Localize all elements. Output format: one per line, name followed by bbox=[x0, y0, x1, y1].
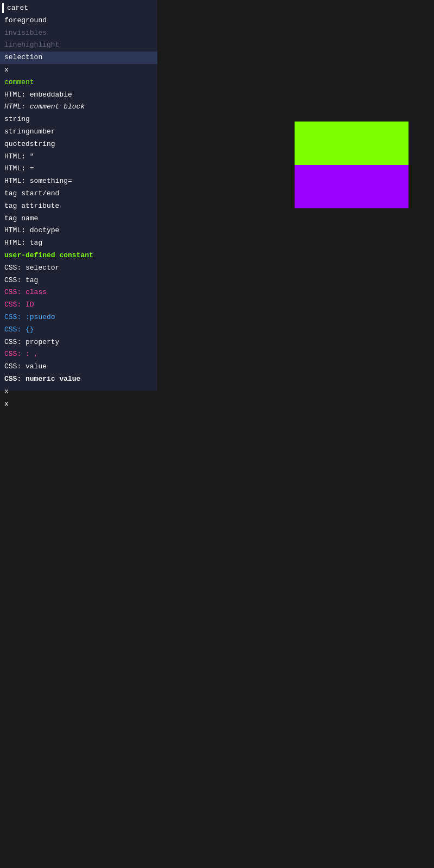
list-item-css-class[interactable]: CSS: class bbox=[0, 286, 157, 299]
list-item-tag-attribute[interactable]: tag attribute bbox=[0, 200, 157, 213]
list-item-selection[interactable]: selection bbox=[0, 52, 157, 64]
list-item-tag-name[interactable]: tag name bbox=[0, 213, 157, 225]
item-label: string bbox=[4, 115, 30, 123]
item-label: HTML: " bbox=[4, 152, 34, 161]
list-item-comment[interactable]: comment bbox=[0, 76, 157, 89]
list-item[interactable]: invisibles bbox=[0, 27, 157, 40]
list-item-user-defined[interactable]: user-defined constant bbox=[0, 250, 157, 262]
item-label: comment bbox=[4, 78, 34, 86]
item-label: CSS: : , bbox=[4, 350, 38, 358]
list-item[interactable]: x bbox=[0, 64, 157, 76]
list-item-css-psuedo[interactable]: CSS: :psuedo bbox=[0, 311, 157, 324]
item-label: CSS: ID bbox=[4, 301, 34, 309]
list-item-css-id[interactable]: CSS: ID bbox=[0, 299, 157, 311]
list-item-quotedstring[interactable]: quotedstring bbox=[0, 138, 157, 151]
list-item-html-something[interactable]: HTML: something= bbox=[0, 175, 157, 188]
item-label: x bbox=[4, 400, 9, 408]
item-label: selection bbox=[4, 53, 42, 61]
item-label: HTML: embeddable bbox=[4, 91, 72, 99]
list-item-stringnumber[interactable]: stringnumber bbox=[0, 126, 157, 138]
item-label: invisibles bbox=[4, 29, 47, 37]
item-label: user-defined constant bbox=[4, 251, 93, 259]
item-label: CSS: tag bbox=[4, 276, 38, 284]
item-label: x bbox=[4, 387, 9, 395]
list-item-html-embeddable[interactable]: HTML: embeddable bbox=[0, 89, 157, 101]
item-label: HTML: comment block bbox=[4, 103, 85, 111]
list-item-css-tag[interactable]: CSS: tag bbox=[0, 275, 157, 287]
list-item[interactable]: linehighlight bbox=[0, 39, 157, 52]
item-label: HTML: doctype bbox=[4, 226, 59, 234]
item-label: tag attribute bbox=[4, 202, 59, 210]
caret-label: caret bbox=[7, 3, 28, 14]
swatch-purple[interactable] bbox=[295, 165, 409, 208]
item-label: quotedstring bbox=[4, 140, 55, 148]
item-label: CSS: value bbox=[4, 362, 47, 371]
caret-row[interactable]: caret bbox=[0, 2, 157, 15]
item-label: CSS: numeric value bbox=[4, 375, 80, 383]
list-item-string[interactable]: string bbox=[0, 113, 157, 126]
item-label: CSS: selector bbox=[4, 264, 59, 272]
caret-icon bbox=[2, 3, 4, 13]
swatch-green[interactable] bbox=[295, 122, 409, 165]
list-item-css-comma[interactable]: CSS: : , bbox=[0, 348, 157, 361]
item-label: HTML: tag bbox=[4, 239, 42, 247]
list-item[interactable]: foreground bbox=[0, 15, 157, 27]
list-item-html-tag[interactable]: HTML: tag bbox=[0, 237, 157, 250]
list-item-html-quote[interactable]: HTML: " bbox=[0, 151, 157, 163]
list-item-css-value[interactable]: CSS: value bbox=[0, 361, 157, 373]
list-item-html-equals[interactable]: HTML: = bbox=[0, 163, 157, 175]
list-item-css-numeric[interactable]: CSS: numeric value bbox=[0, 373, 157, 386]
item-label: HTML: = bbox=[4, 164, 34, 173]
list-item-html-comment-block[interactable]: HTML: comment block bbox=[0, 101, 157, 113]
item-label: foreground bbox=[4, 16, 47, 24]
color-theme-list: caret foreground invisibles linehighligh… bbox=[0, 0, 157, 391]
item-label: linehighlight bbox=[4, 41, 59, 49]
item-label: stringnumber bbox=[4, 127, 55, 136]
item-label: CSS: {} bbox=[4, 326, 34, 334]
list-item-html-doctype[interactable]: HTML: doctype bbox=[0, 225, 157, 237]
item-label: HTML: something= bbox=[4, 177, 72, 185]
item-label: tag start/end bbox=[4, 189, 59, 197]
list-item-css-selector[interactable]: CSS: selector bbox=[0, 262, 157, 275]
list-item-css-property[interactable]: CSS: property bbox=[0, 336, 157, 349]
item-label: CSS: :psuedo bbox=[4, 313, 55, 321]
list-item-css-braces[interactable]: CSS: {} bbox=[0, 324, 157, 336]
item-label: tag name bbox=[4, 214, 38, 222]
color-swatches bbox=[295, 122, 409, 208]
list-item-tag-startend[interactable]: tag start/end bbox=[0, 188, 157, 200]
item-label: CSS: class bbox=[4, 288, 47, 296]
list-item-x2[interactable]: x bbox=[0, 386, 157, 398]
item-label: x bbox=[4, 66, 9, 74]
item-label: CSS: property bbox=[4, 338, 59, 346]
list-item-x3[interactable]: x bbox=[0, 398, 157, 411]
